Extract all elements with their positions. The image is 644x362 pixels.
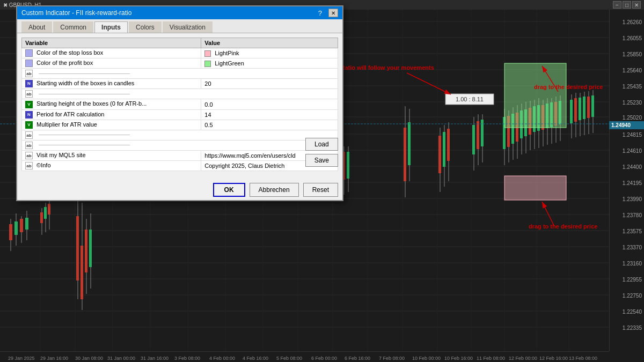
row-icon-v: V <box>25 101 33 108</box>
price-tick: 1.22750 <box>623 293 642 299</box>
row-value[interactable]: LightGreen <box>201 58 338 69</box>
svg-rect-150 <box>504 176 566 200</box>
price-tick: 1.25640 <box>623 68 642 73</box>
time-tick: 31 Jan 00:00 <box>107 356 135 361</box>
variable-label: Multiplier for ATR value <box>36 121 97 128</box>
svg-rect-100 <box>443 132 445 167</box>
row-icon-img <box>25 49 33 57</box>
price-tick: 1.25850 <box>623 51 642 57</box>
row-variable: Color of the profit box <box>22 58 201 69</box>
table-row: ab ©Info Copyright 2025, Claus Dietrich <box>22 161 338 171</box>
value-label: LightGreen <box>215 60 244 67</box>
dialog-close-button[interactable]: ✕ <box>328 9 338 17</box>
time-tick: 4 Feb 16:00 <box>243 356 268 361</box>
separator-row: ab <box>22 140 338 150</box>
value-label: https://www.mql5.com/en/users/cld <box>204 152 295 159</box>
col-variable: Variable <box>22 38 201 48</box>
svg-rect-96 <box>408 122 411 165</box>
variable-label: Color of the profit box <box>36 60 93 66</box>
save-button[interactable]: Save <box>305 154 338 167</box>
row-variable: Color of the stop loss box <box>22 48 201 58</box>
color-swatch-lightgreen <box>204 61 211 67</box>
price-tick: 1.26055 <box>623 35 642 41</box>
titlebar-close[interactable]: ✕ <box>632 1 641 9</box>
time-tick: 10 Feb 00:00 <box>412 356 441 361</box>
row-value[interactable]: LightPink <box>201 48 338 58</box>
dialog-button-row: OK Abbrechen Reset <box>17 180 342 200</box>
dialog-titlebar: Custom Indicator - FII risk-reward-ratio… <box>17 6 342 19</box>
dialog-content: Variable Value Color of the stop loss bo… <box>17 33 342 180</box>
variable-label: Visit my MQL5 site <box>36 152 86 158</box>
row-variable: V Starting height of the boxes (0 for AT… <box>22 99 201 109</box>
svg-rect-46 <box>40 212 43 223</box>
price-tick: 1.22335 <box>623 325 642 331</box>
current-price-box: 1.24940 <box>609 121 644 129</box>
svg-rect-138 <box>570 100 573 123</box>
svg-rect-140 <box>574 98 577 122</box>
dialog-action-buttons: OK Abbrechen Reset <box>213 183 338 197</box>
reset-button[interactable]: Reset <box>303 183 338 197</box>
tab-common[interactable]: Common <box>53 21 93 33</box>
custom-indicator-dialog: Custom Indicator - FII risk-reward-ratio… <box>16 5 343 201</box>
variable-label: ©Info <box>36 162 50 168</box>
titlebar-minimize[interactable]: − <box>613 1 621 9</box>
price-tick: 1.25020 <box>623 115 642 121</box>
svg-rect-40 <box>14 221 18 235</box>
ok-button[interactable]: OK <box>213 183 245 197</box>
price-tick: 1.23575 <box>623 228 642 234</box>
time-tick: 12 Feb 00:00 <box>509 356 537 361</box>
svg-rect-56 <box>85 230 87 272</box>
time-tick: 3 Feb 08:00 <box>174 356 200 361</box>
svg-rect-58 <box>89 230 92 267</box>
svg-rect-106 <box>477 121 479 149</box>
time-tick: 6 Feb 00:00 <box>311 356 337 361</box>
row-icon-n: N <box>25 111 33 119</box>
price-tick: 1.25435 <box>623 84 642 90</box>
table-row: N Period for ATR calculation 14 <box>22 109 338 120</box>
price-tick: 1.25230 <box>623 100 642 106</box>
time-tick: 4 Feb 00:00 <box>209 356 235 361</box>
svg-rect-54 <box>80 246 83 299</box>
price-tick: 1.24610 <box>623 148 642 154</box>
row-value[interactable]: 0.5 <box>201 120 338 130</box>
price-tick: 1.26260 <box>623 19 642 25</box>
svg-rect-94 <box>404 128 406 181</box>
svg-rect-48 <box>44 207 47 219</box>
row-value[interactable]: 14 <box>201 109 338 120</box>
separator-cell: ab <box>22 69 338 79</box>
table-row: ab Visit my MQL5 site https://www.mql5.c… <box>22 150 338 160</box>
col-value: Value <box>201 38 338 48</box>
value-label: 0.5 <box>204 122 213 128</box>
svg-rect-44 <box>25 218 28 230</box>
time-tick: 12 Feb 16:00 <box>539 356 568 361</box>
table-row: V Starting height of the boxes (0 for AT… <box>22 99 338 109</box>
cancel-button[interactable]: Abbrechen <box>250 183 299 197</box>
tab-visualization[interactable]: Visualization <box>163 21 213 33</box>
svg-rect-149 <box>504 63 566 128</box>
price-tick: 1.24195 <box>623 180 642 186</box>
price-axis: 1.26260 1.26055 1.25850 1.25640 1.25435 … <box>609 10 644 351</box>
row-value[interactable]: 0.0 <box>201 99 338 109</box>
svg-rect-92 <box>347 152 349 179</box>
svg-rect-38 <box>9 224 12 240</box>
time-tick: 29 Jan 2025 <box>8 356 35 361</box>
value-label: 0.0 <box>204 101 213 108</box>
load-button[interactable]: Load <box>305 138 338 151</box>
row-icon-ab: ab <box>25 131 33 139</box>
value-label: LightPink <box>215 50 239 56</box>
tab-inputs[interactable]: Inputs <box>94 21 128 33</box>
time-tick: 31 Jan 16:00 <box>141 356 169 361</box>
svg-rect-102 <box>447 129 450 161</box>
dialog-help-button[interactable]: ? <box>318 9 322 17</box>
time-tick: 5 Feb 08:00 <box>276 356 302 361</box>
tab-about[interactable]: About <box>21 21 52 33</box>
tab-colors[interactable]: Colors <box>129 21 162 33</box>
row-variable: N Period for ATR calculation <box>22 109 201 120</box>
value-label: 14 <box>204 112 211 118</box>
svg-rect-146 <box>587 97 590 118</box>
svg-text:the Ratio will follow your mov: the Ratio will follow your movements <box>330 64 434 71</box>
svg-text:drag to the desired price: drag to the desired price <box>529 223 597 230</box>
titlebar-maximize[interactable]: □ <box>623 1 631 9</box>
row-value[interactable]: 20 <box>201 79 338 89</box>
svg-text:drag to the desired price: drag to the desired price <box>534 84 603 90</box>
